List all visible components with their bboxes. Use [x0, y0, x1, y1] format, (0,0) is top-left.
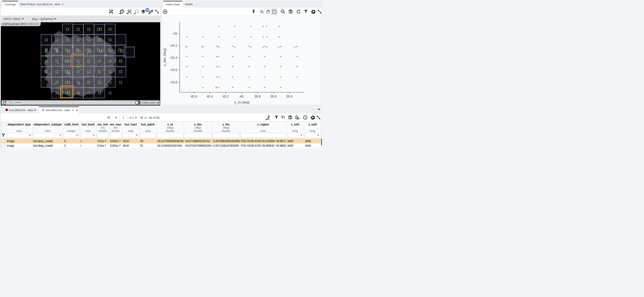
- svg-text:40.2: 40.2: [222, 95, 229, 98]
- svg-text:40.4: 40.4: [206, 95, 213, 98]
- svg-text:39.8: 39.8: [254, 95, 261, 98]
- svg-text:39.4: 39.4: [286, 95, 292, 98]
- svg-text:39.6: 39.6: [270, 95, 277, 98]
- svg-text:s_dec (deg): s_dec (deg): [163, 48, 166, 66]
- svg-text:1X: 1X: [282, 10, 284, 12]
- svg-text:40.6: 40.6: [191, 95, 197, 98]
- svg-text:−34.6: −34.6: [169, 68, 178, 72]
- svg-text:−34: −34: [172, 32, 177, 35]
- svg-text:T: T: [283, 116, 285, 119]
- svg-text:−34.4: −34.4: [169, 56, 178, 59]
- svg-text:s_ra (deg): s_ra (deg): [234, 100, 250, 104]
- svg-text:40: 40: [240, 95, 244, 98]
- svg-text:−34.2: −34.2: [169, 44, 178, 47]
- svg-text:−34.8: −34.8: [169, 80, 178, 84]
